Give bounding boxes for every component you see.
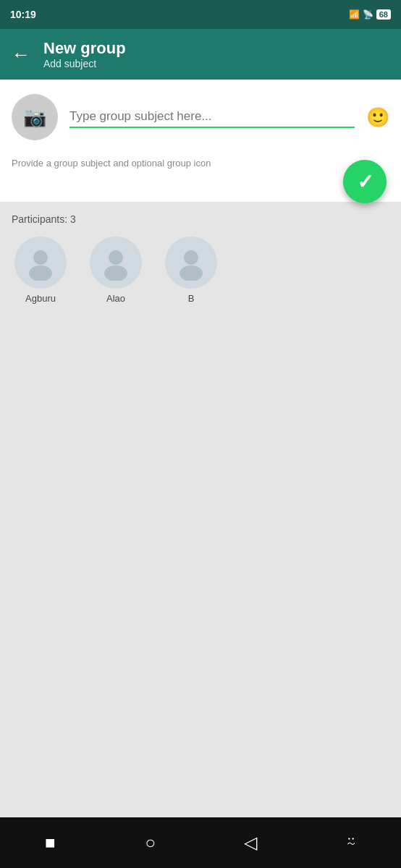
participants-section: Participants: 3 Agburu Alao <box>0 202 401 315</box>
user-silhouette <box>98 244 134 281</box>
empty-content <box>0 315 401 735</box>
svg-point-0 <box>33 250 48 265</box>
subject-area: 📷 🙂 <box>0 80 401 150</box>
participant-name: Alao <box>106 293 125 304</box>
camera-icon: 📷 <box>23 106 46 129</box>
participant-name: B <box>188 293 195 304</box>
participant-name: Agburu <box>25 293 56 304</box>
subject-input[interactable] <box>69 106 355 127</box>
fab-wrap: ✓ <box>0 180 401 202</box>
status-time: 10:19 <box>10 9 36 20</box>
list-item: B <box>162 237 220 304</box>
svg-point-4 <box>184 250 198 265</box>
list-item: Agburu <box>12 237 69 304</box>
subject-input-wrap <box>69 106 355 128</box>
avatar <box>90 237 142 289</box>
emoji-button[interactable]: 🙂 <box>366 106 389 129</box>
status-icons: 📶 📡 68 <box>349 9 391 20</box>
svg-point-5 <box>180 265 203 281</box>
toolbar-text: New group Add subject <box>43 39 126 69</box>
group-icon-button[interactable]: 📷 <box>12 94 58 140</box>
check-icon: ✓ <box>357 170 373 194</box>
nav-home-button[interactable]: ○ <box>133 825 168 860</box>
toolbar-subtitle: Add subject <box>43 58 126 69</box>
list-item: Alao <box>87 237 145 304</box>
avatar <box>165 237 217 289</box>
battery-indicator: 68 <box>376 9 391 20</box>
status-bar: 10:19 📶 📡 68 <box>0 0 401 29</box>
avatar <box>14 237 67 289</box>
nav-a11y-button[interactable]: ⍨ <box>334 825 368 860</box>
confirm-fab[interactable]: ✓ <box>343 160 387 203</box>
back-button[interactable]: ← <box>12 45 30 64</box>
user-silhouette <box>22 244 59 281</box>
signal-icon: 📡 <box>363 9 373 20</box>
toolbar: ← New group Add subject <box>0 29 401 80</box>
svg-point-3 <box>104 265 127 281</box>
nav-back-button[interactable]: ◁ <box>233 825 268 860</box>
nav-square-button[interactable]: ■ <box>33 825 67 860</box>
page-title: New group <box>43 39 126 58</box>
participants-label: Participants: 3 <box>12 213 389 225</box>
nav-bar: ■ ○ ◁ ⍨ <box>0 817 401 868</box>
svg-point-1 <box>29 265 52 281</box>
subject-hint: Provide a group subject and optional gro… <box>0 150 401 180</box>
wifi-icon: 📶 <box>349 9 360 20</box>
participants-list: Agburu Alao B <box>12 237 389 315</box>
svg-point-2 <box>109 250 123 265</box>
user-silhouette <box>173 244 209 281</box>
